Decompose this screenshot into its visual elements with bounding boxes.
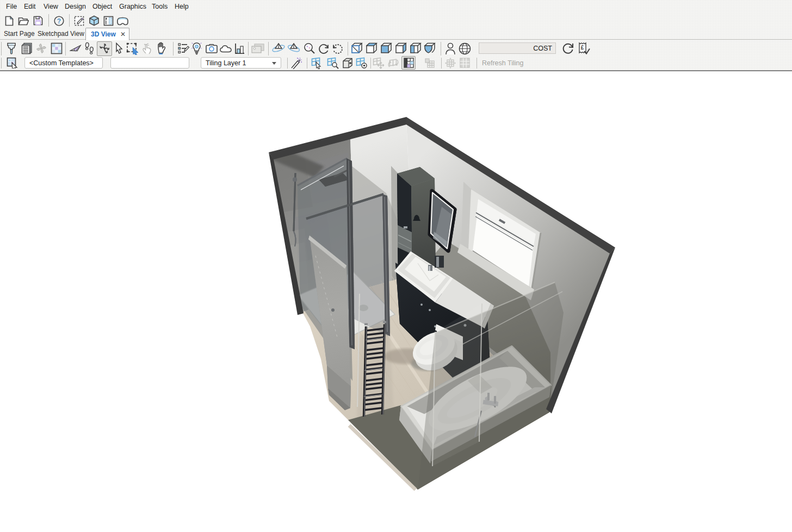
svg-text:?: ?: [57, 17, 61, 25]
svg-text:£: £: [581, 45, 584, 51]
